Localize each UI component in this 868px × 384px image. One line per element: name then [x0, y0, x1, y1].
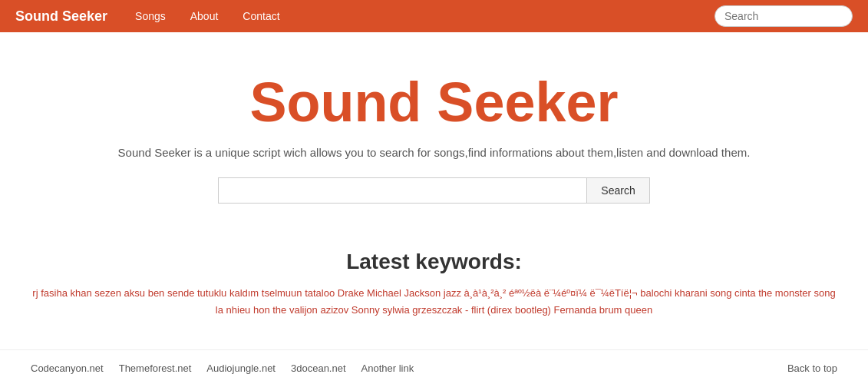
footer-link-another[interactable]: Another link — [361, 362, 414, 374]
navbar-nav: Songs About Contact — [123, 1, 715, 31]
nav-link-songs[interactable]: Songs — [123, 1, 178, 31]
keywords-section: Latest keywords: rj fasiha khan sezen ak… — [0, 234, 868, 334]
nav-item-songs[interactable]: Songs — [123, 1, 178, 31]
footer-link-themeforest[interactable]: Themeforest.net — [119, 362, 192, 374]
hero-description: Sound Seeker is a unique script wich all… — [15, 146, 853, 159]
footer-links-left: Codecanyon.net Themeforest.net Audiojung… — [31, 362, 787, 374]
main-search-button[interactable]: Search — [586, 177, 649, 204]
nav-item-about[interactable]: About — [178, 1, 231, 31]
main-search-input[interactable] — [218, 177, 586, 204]
main-search-bar: Search — [15, 177, 853, 204]
keywords-text: rj fasiha khan sezen aksu ben sende tutu… — [31, 285, 837, 319]
footer-links: Codecanyon.net Themeforest.net Audiojung… — [0, 349, 868, 384]
footer-link-3docean[interactable]: 3docean.net — [291, 362, 346, 374]
hero-title: Sound Seeker — [15, 71, 853, 134]
navbar-search-input[interactable] — [715, 5, 853, 27]
back-to-top-link[interactable]: Back to top — [787, 362, 837, 374]
nav-link-about[interactable]: About — [178, 1, 231, 31]
hero-section: Sound Seeker Sound Seeker is a unique sc… — [0, 32, 868, 234]
navbar-search-container — [715, 5, 853, 27]
nav-link-contact[interactable]: Contact — [230, 1, 292, 31]
footer-link-audiojungle[interactable]: Audiojungle.net — [206, 362, 276, 374]
navbar: Sound Seeker Songs About Contact — [0, 0, 868, 32]
footer-link-codecanyon[interactable]: Codecanyon.net — [31, 362, 104, 374]
keywords-heading: Latest keywords: — [31, 250, 837, 274]
navbar-brand: Sound Seeker — [15, 8, 107, 25]
nav-item-contact[interactable]: Contact — [230, 1, 292, 31]
